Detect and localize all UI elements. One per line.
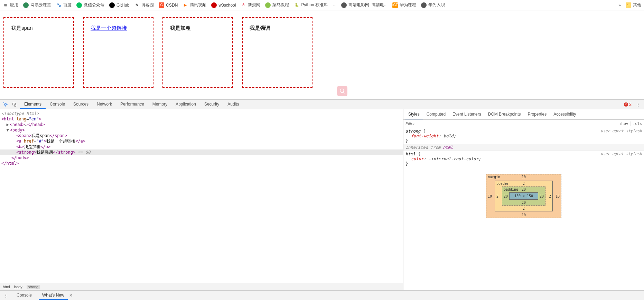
bookmark-favicon bbox=[341, 2, 347, 8]
bookmark-label: 其他 bbox=[633, 2, 641, 8]
bookmark-favicon: 🐾 bbox=[56, 2, 62, 8]
bookmark-label: 百度 bbox=[63, 2, 72, 8]
svg-line-1 bbox=[343, 92, 345, 93]
bookmark-item[interactable]: 网易云课堂 bbox=[23, 2, 51, 8]
bookmark-label: GitHub bbox=[116, 3, 129, 8]
bookmark-label: 新浪网 bbox=[248, 2, 260, 8]
bookmark-item[interactable]: w3school bbox=[211, 2, 236, 8]
bookmark-favicon: ✎ bbox=[134, 2, 140, 8]
box-span: 我是span bbox=[3, 17, 74, 88]
bookmark-label: 应用 bbox=[10, 2, 18, 8]
bookmark-item[interactable]: GitHub bbox=[109, 2, 129, 8]
bookmarks-bar: ⊞应用网易云课堂🐾百度微信公众号GitHub✎博客园CCSDN▶腾讯视频w3sc… bbox=[0, 0, 644, 10]
bookmark-label: 网易云课堂 bbox=[30, 2, 51, 8]
box-strong: 我是强调 bbox=[242, 17, 312, 88]
bookmark-item[interactable]: ✎博客园 bbox=[134, 2, 154, 8]
bookmark-item[interactable]: 菜鸟教程 bbox=[265, 2, 289, 8]
bookmark-item[interactable]: ▶腾讯视频 bbox=[183, 2, 206, 8]
box-link: 我是一个超链接 bbox=[83, 17, 153, 88]
bookmark-item[interactable]: ICT华为课程 bbox=[392, 2, 416, 8]
bookmark-favicon: 🐍 bbox=[294, 2, 299, 8]
bookmark-favicon bbox=[421, 2, 427, 8]
bookmark-label: Python 标准库 —... bbox=[301, 2, 336, 8]
bookmark-label: 博客园 bbox=[141, 2, 154, 8]
bookmark-label: 华为课程 bbox=[400, 2, 416, 8]
bookmark-favicon: ▶ bbox=[183, 2, 188, 8]
bookmark-item[interactable]: ⊞应用 bbox=[3, 2, 18, 8]
bookmark-item[interactable]: 🐾百度 bbox=[56, 2, 72, 8]
bookmark-label: 腾讯视频 bbox=[190, 2, 206, 8]
bookmark-item[interactable]: 🐍Python 标准库 —... bbox=[294, 2, 336, 8]
bookmark-label: 菜鸟教程 bbox=[272, 2, 289, 8]
bookmark-label: 微信公众号 bbox=[84, 2, 104, 8]
box-bold: 我是加粗 bbox=[162, 17, 233, 88]
bookmark-favicon: ⊞ bbox=[3, 2, 8, 8]
bookmark-item[interactable]: CCSDN bbox=[159, 2, 178, 8]
demo-span: 我是span bbox=[11, 25, 33, 31]
bookmark-favicon: ICT bbox=[392, 2, 398, 8]
demo-bold: 我是加粗 bbox=[170, 25, 191, 31]
page-content: 我是span 我是一个超链接 我是加粗 我是强调 bbox=[0, 10, 644, 95]
demo-strong: 我是强调 bbox=[250, 25, 270, 31]
bookmark-label: w3school bbox=[218, 3, 236, 8]
bookmark-item[interactable]: 高清电影网_高清电... bbox=[341, 2, 388, 8]
bookmark-favicon bbox=[265, 2, 271, 8]
bookmark-item[interactable]: ô新浪网 bbox=[241, 2, 260, 8]
bookmark-favicon: ô bbox=[241, 2, 246, 8]
bookmark-favicon bbox=[109, 2, 115, 8]
bookmark-other-folder[interactable]: 📁 其他 bbox=[626, 2, 641, 8]
bookmark-label: CSDN bbox=[166, 3, 178, 8]
bookmark-favicon bbox=[23, 2, 29, 8]
bookmark-favicon bbox=[211, 2, 217, 8]
bookmark-label: 高清电影网_高清电... bbox=[348, 2, 388, 8]
svg-point-0 bbox=[340, 89, 344, 93]
bookmark-favicon: C bbox=[159, 2, 164, 8]
bookmark-favicon bbox=[76, 2, 82, 8]
search-overlay-icon[interactable] bbox=[337, 86, 347, 95]
bookmark-label: 华为入职 bbox=[428, 2, 445, 8]
bookmark-item[interactable]: 微信公众号 bbox=[76, 2, 104, 8]
bookmarks-overflow[interactable]: » bbox=[618, 3, 621, 8]
demo-link[interactable]: 我是一个超链接 bbox=[91, 25, 127, 31]
folder-icon: 📁 bbox=[626, 2, 631, 8]
bookmark-item[interactable]: 华为入职 bbox=[421, 2, 445, 8]
